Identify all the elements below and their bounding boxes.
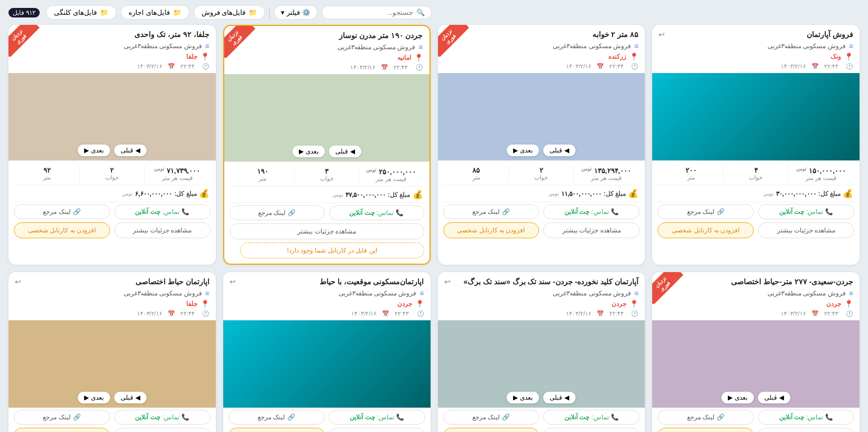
- prev-image-btn[interactable]: ◀ قبلی: [114, 392, 147, 403]
- next-image-btn[interactable]: بعدی ▶: [78, 145, 110, 156]
- arrow-right-icon: ▶: [84, 394, 89, 401]
- next-image-btn[interactable]: بعدی ▶: [507, 392, 539, 403]
- prev-label: قبلی: [764, 394, 777, 401]
- add-to-kartabl-btn[interactable]: افزودن به کارتابل شخصی: [14, 222, 110, 238]
- more-details-btn[interactable]: مشاهده جزئیات بیشتر: [543, 222, 639, 238]
- urgent-badge: نزدیانفوری: [438, 25, 470, 57]
- card-location: جردن: [397, 300, 412, 308]
- search-icon: 🔍: [416, 8, 425, 16]
- clock-icon: 🕐: [202, 63, 209, 70]
- next-image-btn[interactable]: بعدی ▶: [78, 392, 110, 403]
- ref-link-btn[interactable]: 🔗 لینک مرجع: [14, 204, 110, 219]
- phone-icon: 📞: [181, 413, 189, 421]
- ref-link-label: لینک مرجع: [472, 413, 500, 421]
- more-details-btn[interactable]: مشاهده جزئیات بیشتر: [230, 223, 424, 239]
- card-location-row: 📍 جردن: [223, 299, 431, 309]
- search-box[interactable]: 🔍: [322, 6, 432, 19]
- add-to-kartabl-btn[interactable]: افزودن به کارتابل شخصی: [14, 428, 110, 432]
- ref-link-btn[interactable]: 🔗 لینک مرجع: [657, 410, 754, 425]
- prev-image-btn[interactable]: ◀ قبلی: [329, 146, 361, 157]
- chat-label: چت آنلاین: [350, 413, 374, 421]
- card-title: آپارتمان کلید نخورده- جردن- سند تک برگ «…: [463, 277, 638, 286]
- more-details-btn[interactable]: مشاهده جزئیات بیشتر: [114, 222, 211, 238]
- card-title: اپارتمان‌مسکونی موقعیت، با حیاط: [319, 277, 424, 286]
- ref-link-label: لینک مرجع: [43, 208, 70, 215]
- prev-image-btn[interactable]: ◀ قبلی: [114, 145, 147, 156]
- category-icon: ≡: [634, 289, 638, 298]
- phone-icon: 📞: [611, 413, 619, 421]
- ref-link-btn[interactable]: 🔗 لینک مرجع: [443, 410, 540, 425]
- arrow-right-icon: ▶: [513, 147, 518, 154]
- bottom-row: مشاهده جزئیات بیشتر افزودن به کارتابل شخ…: [223, 428, 431, 432]
- chat-online-btn[interactable]: 📞 تماس: چت آنلاین: [329, 410, 425, 425]
- chat-online-btn[interactable]: 📞 تماس: چت آنلاین: [758, 204, 854, 219]
- card-location: زرکنده: [608, 53, 626, 60]
- more-details-btn[interactable]: مشاهده جزئیات بیشتر: [758, 222, 854, 238]
- rent-files-tab[interactable]: 📁 فایل‌های اجاره: [121, 5, 189, 20]
- more-details-btn[interactable]: مشاهده جزئیات بیشتر: [114, 428, 211, 432]
- add-to-kartabl-btn[interactable]: افزودن به کارتابل شخصی: [229, 428, 325, 432]
- coin-icon: 💰: [843, 188, 853, 199]
- ref-link-label: لینک مرجع: [258, 209, 286, 217]
- action-row: 📞 تماس: چت آنلاین 🔗 لینک مرجع: [438, 408, 645, 428]
- chat-label: چت آنلاین: [135, 208, 160, 215]
- chat-online-btn[interactable]: 📞 تماس: چت آنلاین: [543, 410, 639, 425]
- rooms-cell: ۲ خواب: [508, 165, 573, 183]
- arrow-icon: ↩: [230, 277, 236, 286]
- property-card-4: نزدیانفوری جلفا، ۹۲ متر، تک واحدی ↩ ≡ فر…: [8, 25, 216, 265]
- total-price-label: مبلغ کل:: [174, 190, 196, 197]
- clock-icon: 🕐: [631, 63, 638, 70]
- contact-label: تماس:: [162, 208, 179, 215]
- card-location-row: 📍 ونک: [652, 51, 860, 62]
- price-per-meter-cell: ۷۱,۷۳۹,۰۰۰ تومن قیمت هر متر: [144, 165, 209, 183]
- next-image-btn[interactable]: بعدی ▶: [721, 392, 754, 403]
- ref-link-btn[interactable]: 🔗 لینک مرجع: [230, 205, 325, 220]
- all-files-tab[interactable]: 📁 فایل‌های کلنگی: [46, 5, 116, 20]
- calendar-icon: 📅: [168, 63, 175, 70]
- ref-link-btn[interactable]: 🔗 لینک مرجع: [229, 410, 325, 425]
- add-to-kartabl-btn[interactable]: افزودن به کارتابل شخصی: [657, 222, 754, 238]
- filter-button[interactable]: ⚙️ فیلتر ▾: [274, 5, 317, 20]
- ref-link-btn[interactable]: 🔗 لینک مرجع: [14, 410, 110, 425]
- action-row: 📞 تماس: چت آنلاین 🔗 لینک مرجع: [438, 202, 645, 222]
- chat-online-btn[interactable]: 📞 تماس: چت آنلاین: [758, 410, 854, 425]
- chat-online-btn[interactable]: 📞 تماس: چت آنلاین: [114, 410, 211, 425]
- action-row: 📞 تماس: چت آنلاین 🔗 لینک مرجع: [652, 408, 860, 428]
- prev-image-btn[interactable]: ◀ قبلی: [758, 392, 790, 403]
- chat-online-btn[interactable]: 📞 تماس: چت آنلاین: [329, 205, 424, 220]
- arrow-right-icon: ▶: [728, 394, 733, 401]
- more-details-btn[interactable]: مشاهده جزئیات بیشتر: [758, 428, 854, 432]
- more-details-btn[interactable]: مشاهده جزئیات بیشتر: [543, 428, 639, 432]
- next-image-btn[interactable]: بعدی ▶: [507, 145, 539, 156]
- arrow-icon: ↩: [444, 277, 451, 286]
- add-to-kartabl-btn[interactable]: افزودن به کارتابل شخصی: [443, 222, 540, 238]
- card-title: اپارتمان حیاط اختصاصی: [135, 277, 209, 286]
- add-to-kartabl-btn[interactable]: افزودن به کارتابل شخصی: [443, 428, 540, 432]
- rooms-cell: ۴ خواب: [723, 165, 788, 183]
- prev-image-btn[interactable]: ◀ قبلی: [543, 392, 575, 403]
- card-header: اپارتمان‌مسکونی موقعیت، با حیاط ↩: [223, 272, 431, 288]
- search-input[interactable]: [328, 8, 413, 16]
- contact-label: تماس:: [377, 413, 394, 421]
- arrow-left-icon: ◀: [779, 394, 784, 401]
- card-date: ۱۴۰۳/۲/۱۶: [350, 64, 376, 71]
- chat-online-btn[interactable]: 📞 تماس: چت آنلاین: [114, 204, 211, 219]
- chat-online-btn[interactable]: 📞 تماس: چت آنلاین: [543, 204, 639, 219]
- phone-icon: 📞: [825, 208, 833, 215]
- card-location: جلفا: [186, 53, 197, 60]
- arrow-left-icon: ◀: [564, 394, 569, 401]
- next-image-btn[interactable]: بعدی ▶: [293, 146, 325, 157]
- area-label: متر: [444, 174, 508, 181]
- prev-image-btn[interactable]: ◀ قبلی: [543, 145, 575, 156]
- price-per-meter-cell: ۲۵۰,۰۰۰,۰۰۰ تومن قیمت هر متر: [359, 166, 423, 184]
- total-price-row: 💰 مبلغ کل: ۶,۶۰۰,۰۰۰,۰۰۰ تومن: [8, 185, 216, 202]
- sale-files-tab[interactable]: 📁 فایل‌های فروش: [194, 5, 266, 20]
- bottom-row: مشاهده جزئیات بیشتر افزودن به کارتابل شخ…: [438, 428, 645, 432]
- card-meta-row: 🕐 ۲۲:۴۴ 📅 ۱۴۰۳/۲/۱۶: [8, 62, 216, 73]
- ref-link-btn[interactable]: 🔗 لینک مرجع: [443, 204, 540, 219]
- prev-label: قبلی: [335, 148, 348, 155]
- in-kartabl-btn[interactable]: این فایل در کارتابل شما وجود دارد!: [240, 242, 424, 258]
- add-to-kartabl-btn[interactable]: افزودن به کارتابل شخصی: [657, 428, 754, 432]
- more-details-btn[interactable]: مشاهده جزئیات بیشتر: [329, 428, 425, 432]
- ref-link-btn[interactable]: 🔗 لینک مرجع: [657, 204, 754, 219]
